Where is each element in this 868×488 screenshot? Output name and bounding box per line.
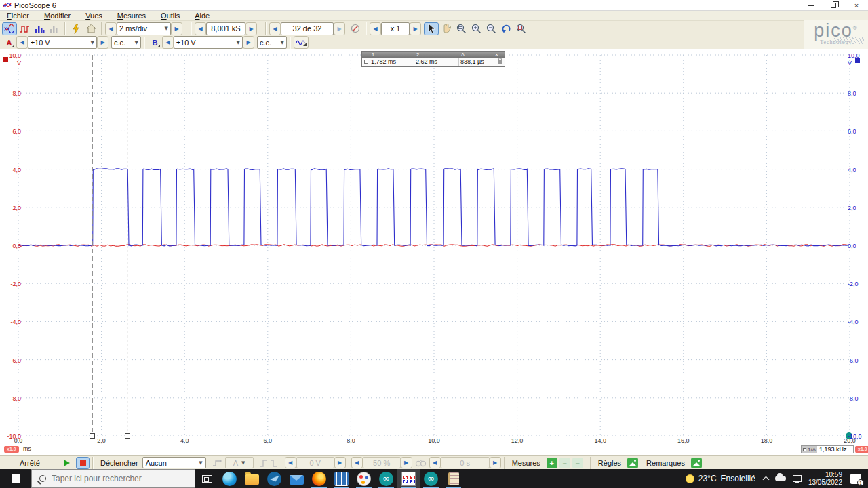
mail-taskbar-icon[interactable] [285, 469, 308, 488]
zoom-out-tool-button[interactable] [484, 22, 498, 35]
buffer-navigator-button[interactable] [348, 22, 363, 35]
hand-tool-button[interactable] [439, 22, 454, 35]
zoom-increase-button[interactable]: ▶ [410, 22, 421, 35]
start-button[interactable] [0, 469, 31, 488]
restore-button[interactable] [822, 0, 845, 11]
pretrigger-pct-value-disabled[interactable]: 50 % [363, 457, 401, 468]
buffer-previous-button[interactable]: ◀ [269, 22, 281, 35]
lock-icon[interactable] [498, 60, 502, 64]
delta-value: 838,1 µs [460, 58, 484, 65]
timebase-decrease-button[interactable]: ◀ [105, 22, 117, 35]
ruler-legend-close-button[interactable]: × [495, 52, 498, 58]
buffer-position-input[interactable]: 32 de 32 [281, 22, 334, 35]
trigger-source-dropdown-disabled[interactable]: A▼ [225, 457, 254, 468]
taskbar-search[interactable] [31, 469, 195, 488]
frequency-label: 1/Δ [808, 447, 816, 453]
zoom-factor-input[interactable]: x 1 [381, 22, 410, 35]
chevron-down-icon: ▼ [281, 40, 284, 45]
buffer-next-button[interactable]: ▶ [334, 22, 345, 35]
auto-setup-button[interactable] [68, 22, 83, 35]
menu-mesures[interactable]: Mesures [117, 12, 146, 20]
y-axis-unit: V [848, 60, 867, 66]
ruler-legend-overlay[interactable]: 1 2 Δ – × 1,782 ms 2,62 ms 838,1 µs [361, 51, 505, 67]
persistence-spectrum-button-disabled[interactable] [47, 22, 62, 35]
normal-selection-tool-button[interactable] [424, 22, 439, 35]
samples-input[interactable]: 8,001 kS [206, 22, 245, 35]
minimize-button[interactable] [799, 0, 822, 11]
channel-b-range-decrease[interactable]: ◀ [162, 36, 174, 49]
channel-a-range-increase[interactable]: ▶ [97, 36, 108, 49]
calculator-taskbar-icon[interactable] [330, 469, 353, 488]
samples-increase-button[interactable]: ▶ [245, 22, 257, 35]
scope-view-button[interactable] [2, 22, 17, 35]
time-ruler-handle-2[interactable] [125, 433, 130, 439]
trigger-delay-increase[interactable]: ▶ [490, 457, 501, 468]
channel-a-coupling-select[interactable]: c.c.▼ [111, 36, 141, 49]
weather-condition[interactable]: Ensoleillé [721, 474, 755, 483]
taskbar-clock[interactable]: 10:59 13/05/2022 [808, 471, 842, 486]
menu-modifier[interactable]: Modifier [44, 12, 71, 20]
trigger-level-increase[interactable]: ▶ [334, 457, 346, 468]
trigger-level-value-disabled[interactable]: 0 V [296, 457, 334, 468]
notification-center-icon[interactable]: 1 [850, 474, 861, 484]
search-input[interactable] [52, 474, 180, 483]
onedrive-icon[interactable] [775, 476, 786, 481]
zoom-full-button[interactable] [513, 22, 528, 35]
signal-generator-button[interactable] [294, 36, 309, 49]
channel-b-range-increase[interactable]: ▶ [243, 36, 254, 49]
timebase-select[interactable]: 2 ms/div▼ [117, 22, 171, 35]
toolbar-separator [101, 22, 102, 35]
timebase-increase-button[interactable]: ▶ [171, 22, 182, 35]
weather-temp[interactable]: 23°C [698, 474, 717, 483]
home-button[interactable] [83, 22, 98, 35]
menu-vues[interactable]: Vues [85, 12, 102, 20]
samples-decrease-button[interactable]: ◀ [195, 22, 206, 35]
channel-b-coupling-select[interactable]: c.c.▼ [257, 36, 287, 49]
pretrigger-pct-increase[interactable]: ▶ [401, 457, 412, 468]
trigger-level-decrease[interactable]: ◀ [285, 457, 296, 468]
edit-measure-button-disabled[interactable]: − [559, 458, 570, 468]
undo-zoom-button[interactable] [498, 22, 513, 35]
zoom-decrease-button[interactable]: ◀ [370, 22, 381, 35]
close-button[interactable]: × [845, 0, 868, 11]
delete-measure-button-disabled[interactable]: − [572, 458, 583, 468]
trigger-delay-value-disabled[interactable]: 0 s [441, 457, 490, 468]
menu-fichier[interactable]: Fichier [7, 12, 29, 20]
persistence-view-button[interactable] [17, 22, 32, 35]
edge-taskbar-icon[interactable] [218, 469, 241, 488]
trigger-mode-dropdown[interactable]: Aucun▼ [142, 457, 206, 468]
channel-a-chip[interactable]: A [4, 37, 14, 48]
stop-capture-button[interactable] [76, 457, 90, 469]
picoscope-taskbar-icon[interactable] [397, 469, 420, 488]
pretrigger-pct-decrease[interactable]: ◀ [351, 457, 363, 468]
tray-expand-icon[interactable] [762, 476, 769, 483]
y-axis-left-tick: -2,0 [2, 281, 21, 287]
notes-taskbar-icon[interactable] [442, 469, 465, 488]
thunderbird-taskbar-icon[interactable] [263, 469, 285, 488]
network-icon[interactable] [793, 475, 802, 482]
channel-b-chip[interactable]: B [150, 37, 160, 48]
task-view-button[interactable] [195, 469, 218, 488]
rules-button[interactable] [627, 458, 638, 468]
scope-plot-area[interactable]: 1 2 Δ – × 1,782 ms 2,62 ms 838,1 µs x1.0… [0, 49, 868, 455]
add-measure-button[interactable]: + [547, 458, 557, 468]
spectrum-view-button[interactable] [32, 22, 47, 35]
marquee-zoom-tool-button[interactable] [454, 22, 469, 35]
zoom-in-tool-button[interactable] [469, 22, 484, 35]
y-axis-right-tick: 8,0 [848, 90, 867, 97]
menu-aide[interactable]: Aide [195, 12, 210, 20]
start-capture-button[interactable] [60, 457, 73, 469]
ruler-legend-minimize-button[interactable]: – [487, 50, 490, 57]
notes-button[interactable] [691, 458, 702, 468]
channel-a-range-select[interactable]: ±10 V▼ [28, 36, 97, 49]
channel-a-range-decrease[interactable]: ◀ [16, 36, 28, 49]
arduino-2-taskbar-icon[interactable]: ∞ [420, 469, 442, 488]
firefox-taskbar-icon[interactable] [308, 469, 330, 488]
channel-b-range-select[interactable]: ±10 V▼ [174, 36, 243, 49]
windows-logo-icon [12, 474, 20, 483]
explorer-taskbar-icon[interactable] [241, 469, 263, 488]
arduino-taskbar-icon[interactable]: ∞ [375, 469, 397, 488]
paint3d-taskbar-icon[interactable] [353, 469, 375, 488]
trigger-delay-decrease[interactable]: ◀ [429, 457, 441, 468]
menu-outils[interactable]: Outils [161, 12, 180, 20]
